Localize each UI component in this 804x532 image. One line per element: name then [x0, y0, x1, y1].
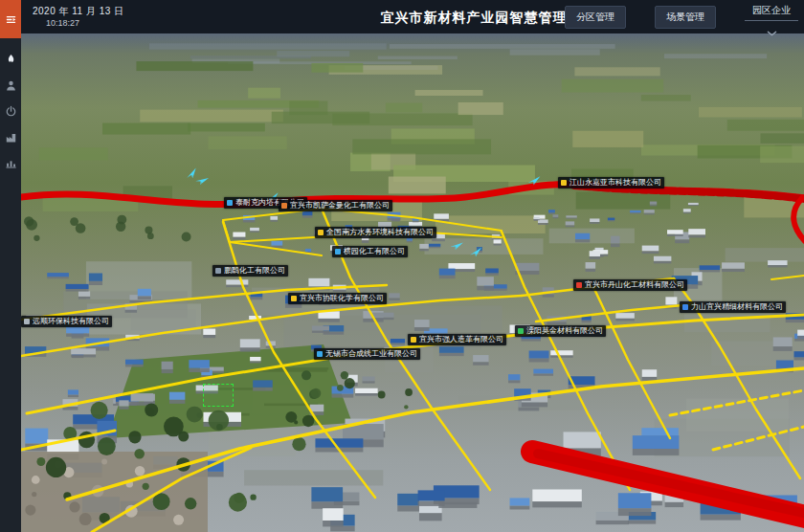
company-label[interactable]: 全国南方水务环境科技有限公司 — [315, 227, 436, 238]
company-marker-icon — [518, 328, 524, 334]
company-marker-icon — [215, 268, 221, 274]
company-label-text: 溧阳莫金材料有限公司 — [526, 327, 603, 335]
company-marker-icon — [24, 319, 30, 324]
company-label-text: 宜兴市丹山化工材料有限公司 — [585, 281, 684, 289]
company-marker-icon — [682, 304, 688, 310]
company-marker-icon — [318, 230, 324, 235]
zone-management-button[interactable]: 分区管理 — [565, 6, 626, 29]
company-label[interactable]: 无锡市合成线工业有限公司 — [314, 348, 420, 360]
current-time: 10:18:27 — [46, 18, 79, 28]
company-label-text: 横园化工有限公司 — [344, 248, 405, 255]
company-label-text: 全国南方水务环境科技有限公司 — [326, 229, 434, 236]
company-marker-icon — [291, 296, 297, 301]
app-window: 2020 年 11 月 13 日 10:18:27 宜兴市新材料产业园智慧管理平… — [0, 0, 804, 532]
factory-icon[interactable] — [0, 125, 21, 148]
company-marker-icon — [561, 180, 567, 186]
company-label-text: 鹏鹞化工有限公司 — [224, 267, 285, 275]
chevron-down-icon — [745, 23, 798, 40]
company-label[interactable]: 江山永嘉亚市科技有限公司 — [558, 177, 664, 188]
park-enterprise-dropdown[interactable]: 园区企业 — [745, 4, 798, 40]
company-marker-icon — [576, 282, 582, 288]
header-actions: 分区管理 场景管理 园区企业 — [565, 6, 798, 40]
company-label-text: 远顺环保科技有限公司 — [33, 318, 109, 325]
scene-management-button[interactable]: 场景管理 — [655, 6, 716, 29]
company-marker-icon — [411, 337, 416, 343]
company-label[interactable]: 宜兴市协联化学有限公司 — [288, 293, 387, 304]
company-marker-icon — [227, 200, 233, 206]
page-title: 宜兴市新材料产业园智慧管理平台 — [381, 10, 596, 27]
selection-box — [203, 384, 234, 407]
company-label[interactable]: 宜兴市强人造革有限公司 — [408, 334, 506, 345]
company-marker-icon — [317, 351, 323, 357]
company-marker-icon — [281, 203, 287, 209]
park-enterprise-dropdown-label: 园区企业 — [745, 4, 798, 21]
company-label-text: 无锡市合成线工业有限公司 — [325, 350, 417, 358]
user-icon[interactable] — [0, 74, 21, 97]
map-viewport[interactable]: 泰耐克内塔有限公司宜兴市凯萨金曼化工有限公司全国南方水务环境科技有限公司横园化工… — [21, 33, 804, 532]
company-label[interactable]: 力山宜兴精细材料有限公司 — [680, 301, 786, 313]
chart-icon[interactable] — [0, 151, 21, 174]
current-date: 2020 年 11 月 13 日 — [33, 5, 124, 18]
sidebar — [0, 0, 21, 532]
company-label-text: 宜兴市凯萨金曼化工有限公司 — [290, 202, 390, 210]
company-label-text: 宜兴市协联化学有限公司 — [300, 295, 384, 302]
company-marker-icon — [335, 249, 341, 255]
company-label[interactable]: 宜兴市丹山化工材料有限公司 — [573, 279, 687, 291]
menu-icon[interactable] — [0, 0, 21, 38]
company-label-text: 江山永嘉亚市科技有限公司 — [570, 179, 661, 187]
company-label[interactable]: 鹏鹞化工有限公司 — [212, 265, 288, 277]
flame-icon[interactable] — [0, 48, 21, 71]
company-label[interactable]: 远顺环保科技有限公司 — [21, 316, 112, 327]
header-bar: 2020 年 11 月 13 日 10:18:27 宜兴市新材料产业园智慧管理平… — [21, 0, 804, 33]
company-label-text: 宜兴市强人造革有限公司 — [419, 336, 503, 344]
company-label-text: 力山宜兴精细材料有限公司 — [691, 303, 783, 311]
power-icon[interactable] — [0, 100, 21, 122]
company-label[interactable]: 溧阳莫金材料有限公司 — [515, 325, 606, 337]
company-label[interactable]: 横园化工有限公司 — [332, 246, 408, 257]
company-label[interactable]: 宜兴市凯萨金曼化工有限公司 — [279, 200, 392, 211]
